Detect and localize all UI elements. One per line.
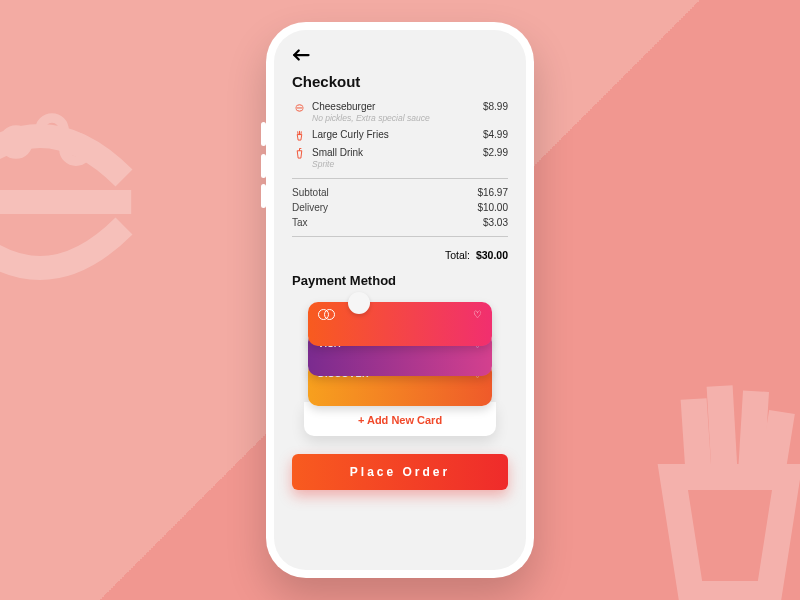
item-name: Small Drink [312,147,483,158]
fries-decoration-icon [600,360,800,600]
total-label: Total: [445,249,470,261]
item-note: Sprite [312,159,483,169]
svg-point-2 [71,144,81,154]
page-title: Checkout [292,73,508,90]
item-note: No pickles, Extra special sauce [312,113,483,123]
order-item: Small Drink Sprite $2.99 [292,144,508,172]
item-name: Large Curly Fries [312,129,483,140]
divider [292,178,508,179]
payment-method-title: Payment Method [292,273,508,288]
item-price: $4.99 [483,129,508,140]
item-name: Cheeseburger [312,101,483,112]
place-order-button[interactable]: Place Order [292,454,508,490]
order-item: Cheeseburger No pickles, Extra special s… [292,98,508,126]
mastercard-icon [318,309,335,320]
card-stack: ♡ VISA ♡ DISCOVER ♡ [308,302,492,406]
total-line: Total: $30.00 [292,249,508,261]
fries-icon [292,129,306,141]
subtotal-label: Subtotal [292,187,477,198]
tax-label: Tax [292,217,483,228]
tax-value: $3.03 [483,217,508,228]
card-drag-handle[interactable] [348,292,370,314]
order-item: Large Curly Fries $4.99 [292,126,508,144]
totals: Subtotal$16.97 Delivery$10.00 Tax$3.03 [292,185,508,230]
heart-icon: ♡ [473,309,482,320]
item-price: $8.99 [483,101,508,112]
item-price: $2.99 [483,147,508,158]
add-new-card-label: + Add New Card [358,414,442,426]
back-button[interactable] [292,46,508,67]
add-new-card-button[interactable]: + Add New Card [304,402,496,436]
back-arrow-icon [292,48,310,62]
delivery-value: $10.00 [477,202,508,213]
divider [292,236,508,237]
subtotal-value: $16.97 [477,187,508,198]
svg-point-1 [47,125,57,135]
drink-icon [292,147,306,159]
burger-decoration-icon [0,70,160,310]
total-value: $30.00 [476,249,508,261]
burger-icon [292,101,306,113]
order-items: Cheeseburger No pickles, Extra special s… [292,98,508,172]
payment-card-mastercard[interactable]: ♡ [308,302,492,346]
delivery-label: Delivery [292,202,477,213]
screen: Checkout Cheeseburger No pickles, Extra … [274,30,526,570]
phone-frame: Checkout Cheeseburger No pickles, Extra … [266,22,534,578]
svg-point-0 [11,137,21,147]
